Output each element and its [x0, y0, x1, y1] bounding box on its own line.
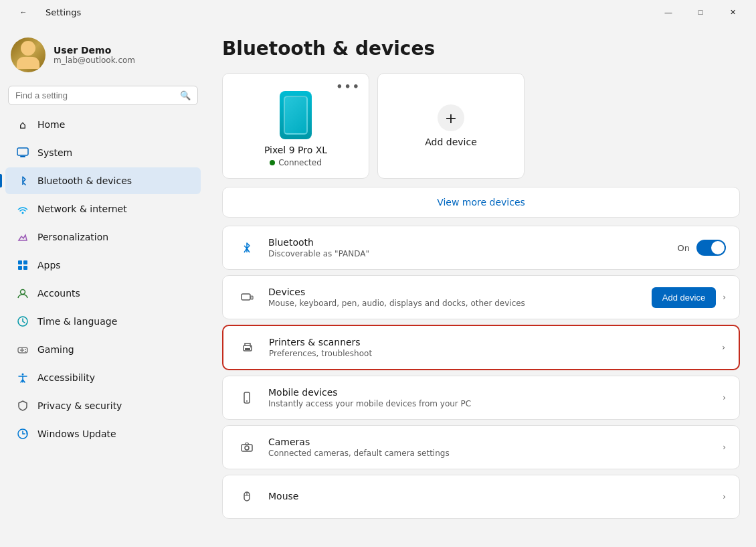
page-title: Bluetooth & devices	[222, 37, 740, 60]
cameras-setting-row[interactable]: Cameras Connected cameras, default camer…	[223, 426, 739, 469]
window-controls: — □ ✕	[653, 1, 748, 23]
mobile-setting-text: Mobile devices Instantly access your mob…	[268, 387, 712, 408]
printers-subtitle: Preferences, troubleshoot	[269, 349, 711, 358]
bluetooth-title: Bluetooth	[268, 237, 667, 248]
svg-rect-4	[23, 260, 27, 264]
printers-setting-text: Printers & scanners Preferences, trouble…	[269, 337, 711, 358]
devices-setting-right: Add device ›	[652, 287, 726, 308]
time-icon	[16, 315, 29, 328]
printers-setting-icon	[237, 337, 258, 358]
nav-label-accessibility: Accessibility	[37, 372, 95, 383]
network-icon	[16, 202, 29, 216]
add-device-card[interactable]: + Add device	[377, 73, 525, 179]
nav-item-accessibility[interactable]: Accessibility	[5, 364, 201, 391]
cameras-title: Cameras	[268, 437, 712, 447]
svg-rect-3	[18, 260, 22, 264]
add-icon: +	[438, 104, 464, 131]
bluetooth-setting-right: On	[678, 240, 726, 256]
nav-item-privacy[interactable]: Privacy & security	[5, 392, 201, 419]
app-container: User Demo m_lab@outlook.com 🔍 ⌂ Home Sys…	[0, 24, 756, 547]
nav-item-accounts[interactable]: Accounts	[5, 280, 201, 307]
printers-setting-right: ›	[722, 343, 725, 352]
device-more-menu[interactable]: •••	[336, 80, 361, 93]
mobile-setting-right: ›	[723, 393, 726, 402]
accessibility-icon	[16, 371, 29, 384]
search-input[interactable]	[15, 90, 175, 100]
status-dot	[270, 160, 275, 165]
svg-point-13	[25, 351, 26, 352]
privacy-icon	[16, 399, 29, 412]
nav-item-network[interactable]: Network & internet	[5, 196, 201, 222]
device-status: Connected	[270, 158, 322, 167]
devices-row: ••• Pixel 9 Pro XL Connected + Add devic…	[222, 73, 740, 179]
nav-item-windows-update[interactable]: Windows Update	[5, 420, 201, 447]
svg-rect-19	[245, 348, 250, 350]
nav-item-gaming[interactable]: Gaming	[5, 336, 201, 363]
add-device-button[interactable]: Add device	[652, 287, 716, 308]
bluetooth-subtitle: Discoverable as "PANDA"	[268, 249, 667, 258]
nav-label-time: Time & language	[37, 316, 117, 327]
devices-setting-row[interactable]: Devices Mouse, keyboard, pen, audio, dis…	[223, 276, 739, 319]
profile-name: User Demo	[54, 45, 135, 56]
avatar	[11, 37, 45, 72]
mobile-chevron: ›	[723, 393, 726, 402]
devices-setting-icon	[236, 287, 258, 308]
devices-subtitle: Mouse, keyboard, pen, audio, displays an…	[268, 299, 641, 308]
nav-item-bluetooth[interactable]: Bluetooth & devices	[5, 167, 201, 194]
nav-label-windows-update: Windows Update	[37, 428, 116, 439]
view-more-text: View more devices	[437, 197, 525, 208]
cameras-settings-card: Cameras Connected cameras, default camer…	[222, 425, 740, 469]
mouse-setting-row[interactable]: Mouse ›	[223, 475, 739, 518]
add-device-label: Add device	[425, 137, 477, 147]
bluetooth-toggle[interactable]	[696, 240, 726, 256]
devices-title: Devices	[268, 287, 641, 297]
svg-point-22	[246, 400, 248, 402]
gaming-icon	[16, 343, 29, 356]
mobile-title: Mobile devices	[268, 387, 712, 398]
svg-point-12	[25, 349, 26, 350]
device-card-pixel[interactable]: ••• Pixel 9 Pro XL Connected	[222, 73, 369, 179]
nav-item-personalization[interactable]: Personalization	[5, 224, 201, 250]
accounts-icon	[16, 287, 29, 300]
cameras-setting-icon	[236, 437, 258, 458]
minimize-button[interactable]: —	[653, 1, 684, 23]
mouse-title: Mouse	[268, 491, 712, 501]
mouse-chevron: ›	[723, 492, 726, 501]
nav-item-system[interactable]: System	[5, 139, 201, 166]
view-more-row[interactable]: View more devices	[222, 187, 740, 218]
mobile-setting-icon	[236, 387, 258, 408]
nav-label-network: Network & internet	[37, 204, 127, 214]
printers-title: Printers & scanners	[269, 337, 711, 347]
printers-chevron: ›	[722, 343, 725, 352]
svg-rect-5	[18, 266, 22, 270]
nav-item-home[interactable]: ⌂ Home	[5, 111, 201, 138]
device-phone-icon	[280, 91, 312, 139]
cameras-setting-right: ›	[723, 443, 726, 452]
bluetooth-setting-icon	[236, 237, 258, 258]
nav-label-accounts: Accounts	[37, 288, 80, 299]
app-title: Settings	[45, 7, 81, 17]
nav-label-gaming: Gaming	[37, 344, 74, 355]
bluetooth-row[interactable]: Bluetooth Discoverable as "PANDA" On	[223, 226, 739, 269]
maximize-button[interactable]: □	[685, 1, 716, 23]
mobile-setting-row[interactable]: Mobile devices Instantly access your mob…	[223, 376, 739, 419]
mobile-subtitle: Instantly access your mobile devices fro…	[268, 399, 712, 408]
bluetooth-icon	[16, 174, 29, 187]
mouse-settings-card: Mouse ›	[222, 475, 740, 519]
svg-rect-1	[20, 156, 25, 157]
bluetooth-card: Bluetooth Discoverable as "PANDA" On	[222, 226, 740, 270]
devices-settings-card: Devices Mouse, keyboard, pen, audio, dis…	[222, 275, 740, 319]
svg-rect-0	[17, 148, 28, 155]
svg-rect-6	[23, 266, 27, 270]
title-bar: ← Settings — □ ✕	[0, 0, 756, 24]
cameras-setting-text: Cameras Connected cameras, default camer…	[268, 437, 712, 458]
nav-item-apps[interactable]: Apps	[5, 252, 201, 279]
cameras-chevron: ›	[723, 443, 726, 452]
svg-rect-17	[251, 296, 253, 299]
close-button[interactable]: ✕	[717, 1, 748, 23]
search-box[interactable]: 🔍	[8, 86, 198, 105]
toggle-label: On	[678, 243, 690, 253]
back-button[interactable]: ←	[8, 1, 39, 23]
printers-setting-row[interactable]: Printers & scanners Preferences, trouble…	[223, 326, 739, 369]
nav-item-time[interactable]: Time & language	[5, 308, 201, 335]
